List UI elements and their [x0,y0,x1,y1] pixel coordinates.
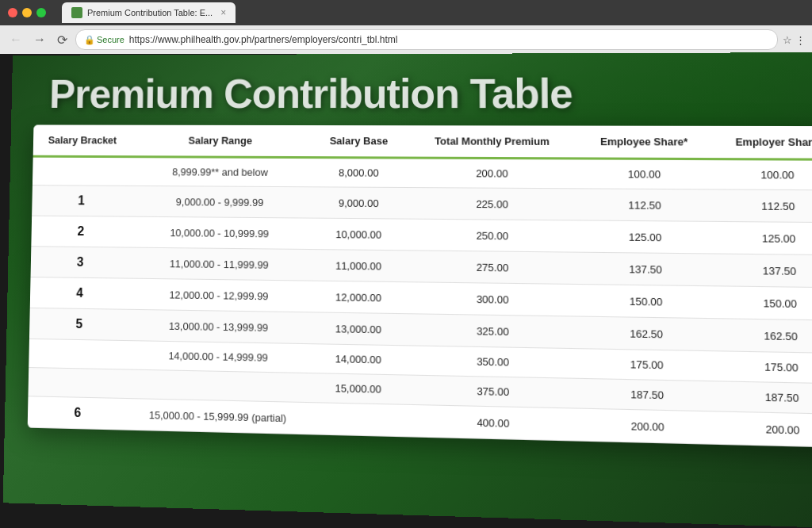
refresh-button[interactable]: ⟳ [54,31,71,49]
cell-range: 15,000.00 - 15,999.99 (partial) [128,399,308,434]
forward-button[interactable]: → [30,31,49,48]
cell-employer-share: 162.50 [714,319,812,354]
tab-bar: Premium Contribution Table: E... × [62,1,804,25]
col-header-total-monthly: Total Monthly Premium [408,125,577,159]
page-title: Premium Contribution Table [49,69,573,117]
cell-total-monthly: 350.00 [408,346,579,378]
cell-employee-share: 175.00 [579,349,716,381]
active-tab[interactable]: Premium Contribution Table: E... × [62,2,236,23]
col-header-bracket: Salary Bracket [33,124,132,156]
page-content: Premium Contribution Table Salary Bracke… [3,52,812,528]
contribution-table: Salary Bracket Salary Range Salary Base … [28,124,812,448]
cell-employee-share: 187.50 [579,378,717,411]
cell-total-monthly: 250.00 [408,219,578,252]
cell-employee-share: 112.50 [577,189,714,222]
title-bar: Premium Contribution Table: E... × [0,0,812,25]
secure-label: Secure [97,35,124,44]
cell-employee-share: 125.00 [577,220,714,254]
cell-salary-base: 15,000.00 [308,373,408,405]
nav-icons: ☆ ⋮ [783,34,806,46]
cell-employee-share: 162.50 [578,316,715,351]
cell-total-monthly: 200.00 [408,158,577,189]
cell-employer-share: 175.00 [715,351,812,384]
table-container: Salary Bracket Salary Range Salary Base … [28,124,812,448]
cell-bracket: 4 [30,277,130,309]
cell-bracket: 3 [31,247,131,278]
cell-employer-share: 100.00 [712,159,812,190]
cell-range [128,369,308,403]
cell-employer-share: 112.50 [713,189,812,223]
cell-total-monthly: 225.00 [408,188,577,220]
cell-range: 14,000.00 - 14,999.99 [128,341,308,373]
cell-total-monthly: 400.00 [408,404,580,441]
back-button[interactable]: ← [6,31,25,48]
cell-employee-share: 137.50 [577,252,714,286]
table-row: 8,999.99** and below8,000.00200.00100.00… [33,156,812,190]
cell-employer-share: 137.50 [714,254,812,288]
cell-bracket: 2 [31,216,130,247]
col-header-range: Salary Range [132,125,310,158]
cell-range: 10,000.00 - 10,999.99 [130,216,309,249]
cell-range: 9,000.00 - 9,999.99 [131,186,309,218]
cell-bracket [28,368,128,399]
cell-employee-share: 200.00 [579,408,717,444]
cell-bracket [33,156,132,186]
cell-range: 13,000.00 - 13,999.99 [128,309,308,343]
cell-salary-base: 12,000.00 [308,281,408,314]
cell-employee-share: 100.00 [576,159,712,189]
cell-employer-share: 125.00 [713,221,812,254]
bookmark-icon[interactable]: ☆ [783,34,792,46]
cell-range: 8,999.99** and below [131,157,309,187]
browser-chrome: Premium Contribution Table: E... × ← → ⟳… [0,0,812,54]
cell-employer-share: 187.50 [716,381,812,415]
cell-employer-share: 200.00 [716,411,812,448]
cell-total-monthly: 300.00 [408,282,578,316]
cell-salary-base: 13,000.00 [308,312,408,346]
cell-salary-base: 8,000.00 [309,158,408,188]
tab-title: Premium Contribution Table: E... [87,8,213,17]
lock-icon: 🔒 [84,35,95,45]
tab-close-icon[interactable]: × [220,7,226,18]
cell-total-monthly: 375.00 [408,375,580,408]
cell-bracket: 1 [32,186,131,217]
fullscreen-button[interactable] [36,8,46,17]
cell-salary-base: 11,000.00 [309,250,408,282]
col-header-employer-share: Employer Share [711,126,812,159]
nav-bar: ← → ⟳ 🔒 Secure https://www.philhealth.go… [0,25,812,54]
traffic-lights [8,8,46,17]
cell-employee-share: 150.00 [578,285,715,319]
menu-icon[interactable]: ⋮ [795,34,806,46]
cell-salary-base: 10,000.00 [309,218,408,251]
col-header-employee-share: Employee Share* [576,126,712,159]
cell-bracket [29,339,128,369]
col-header-salary-base: Salary Base [309,125,408,158]
cell-range: 11,000.00 - 11,999.99 [130,247,309,281]
minimize-button[interactable] [22,8,32,17]
cell-total-monthly: 325.00 [408,314,579,349]
cell-salary-base [308,403,408,437]
tab-favicon [71,7,82,18]
cell-total-monthly: 275.00 [408,251,578,285]
secure-badge: 🔒 Secure [84,35,124,45]
cell-salary-base: 9,000.00 [309,187,408,219]
cell-bracket: 5 [29,308,129,340]
close-button[interactable] [8,8,17,17]
cell-salary-base: 14,000.00 [308,344,408,375]
url-text: https://www.philhealth.gov.ph/partners/e… [129,34,398,45]
cell-employer-share: 150.00 [714,286,812,320]
cell-bracket: 6 [28,396,128,430]
cell-range: 12,000.00 - 12,999.99 [129,278,309,312]
address-bar[interactable]: 🔒 Secure https://www.philhealth.gov.ph/p… [75,29,778,50]
